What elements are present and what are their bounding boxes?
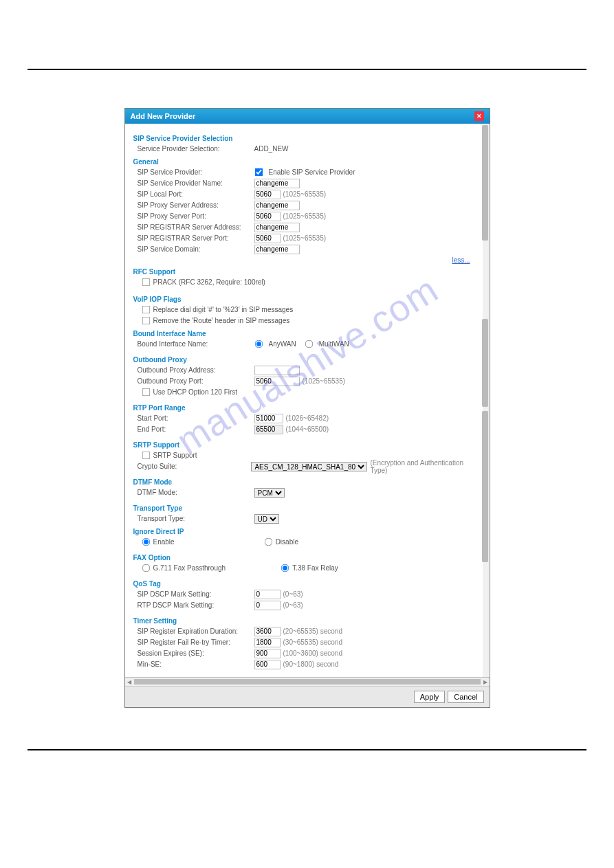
hscroll-left-icon[interactable]: ◀ (125, 679, 133, 685)
anywan-radio[interactable] (254, 340, 263, 348)
provider-name-label: SIP Service Provider Name: (138, 179, 254, 187)
scroll-thumb-top[interactable] (482, 125, 488, 241)
registrar-addr-input[interactable] (254, 223, 300, 232)
srtp-checkbox[interactable] (142, 452, 150, 460)
prack-checkbox[interactable] (142, 278, 150, 287)
anywan-label: AnyWAN (269, 340, 296, 348)
min-se-input[interactable] (254, 660, 281, 669)
horizontal-scrollbar[interactable]: ◀ ▶ (125, 678, 490, 686)
proxy-addr-label: SIP Proxy Server Address: (138, 201, 254, 209)
section-qos: QoS Tag (133, 580, 477, 588)
proxy-port-label: SIP Proxy Server Port: (138, 212, 254, 220)
section-dialing: Dialing Interval Selection (133, 676, 477, 678)
hscroll-right-icon[interactable]: ▶ (481, 679, 490, 685)
reg-exp-hint: (20~65535) second (283, 627, 342, 635)
add-provider-dialog: Add New Provider ✕ manualshive.com SIP S… (124, 108, 490, 708)
dhcp120-checkbox[interactable] (142, 388, 150, 397)
rtp-end-label: End Port: (138, 425, 254, 433)
ob-port-hint: (1025~65535) (303, 377, 346, 385)
registrar-addr-label: SIP REGISTRAR Server Address: (138, 223, 254, 231)
local-port-label: SIP Local Port: (138, 190, 254, 198)
rtp-dscp-hint: (0~63) (283, 601, 303, 609)
crypto-label: Crypto Suite: (138, 463, 252, 470)
section-timer: Timer Setting (133, 617, 477, 625)
section-srtp: SRTP Support (133, 441, 477, 449)
sp-selection-value: ADD_NEW (254, 145, 289, 153)
section-fax: FAX Option (133, 554, 477, 561)
transport-select[interactable]: UDP (254, 514, 279, 524)
rtp-start-label: Start Port: (138, 414, 254, 422)
rtp-start-input[interactable] (254, 414, 283, 423)
proxy-port-input[interactable] (254, 212, 281, 221)
crypto-select[interactable]: AES_CM_128_HMAC_SHA1_80 (251, 462, 367, 471)
local-port-input[interactable] (254, 190, 281, 199)
rtp-dscp-label: RTP DSCP Mark Setting: (138, 601, 254, 609)
reg-fail-hint: (30~65535) second (283, 638, 342, 646)
section-iop: VoIP IOP Flags (133, 296, 477, 303)
local-port-hint: (1025~65535) (283, 190, 327, 198)
remove-route-label: Remove the 'Route' header in SIP message… (153, 317, 290, 324)
hscroll-track[interactable] (134, 679, 481, 685)
directip-disable-radio[interactable] (264, 538, 272, 546)
dtmf-label: DTMF Mode: (138, 489, 254, 496)
provider-name-input[interactable] (254, 179, 300, 188)
ob-addr-label: Outbound Proxy Address: (138, 366, 254, 374)
service-domain-input[interactable] (254, 245, 300, 254)
session-exp-label: Session Expires (SE): (138, 649, 254, 657)
enable-sip-checkbox[interactable] (254, 168, 263, 177)
close-icon[interactable]: ✕ (474, 111, 484, 121)
replace-hash-checkbox[interactable] (142, 306, 150, 314)
sip-dscp-label: SIP DSCP Mark Setting: (138, 590, 254, 598)
replace-hash-label: Replace dial digit '#' to '%23' in SIP m… (153, 306, 294, 313)
session-exp-hint: (100~3600) second (283, 649, 342, 657)
scroll-thumb-low[interactable] (482, 411, 488, 562)
less-link[interactable]: less... (138, 256, 470, 264)
g711-label: G.711 Fax Passthrough (153, 564, 226, 572)
rtp-dscp-input[interactable] (254, 601, 281, 610)
directip-enable-radio[interactable] (142, 538, 150, 546)
section-rtp: RTP Port Range (133, 404, 477, 412)
proxy-port-hint: (1025~65535) (283, 212, 327, 220)
session-exp-input[interactable] (254, 649, 281, 658)
directip-disable-label: Disable (276, 538, 298, 546)
min-se-hint: (90~1800) second (283, 660, 339, 668)
dhcp120-label: Use DHCP Option 120 First (153, 388, 238, 396)
section-sp-selection: SIP Service Provider Selection (133, 135, 477, 142)
sp-selection-label: Service Provider Selection: (138, 145, 254, 153)
bound-if-label: Bound Interface Name: (138, 340, 254, 348)
reg-exp-input[interactable] (254, 627, 281, 636)
directip-enable-label: Enable (153, 538, 175, 546)
section-dtmf: DTMF Mode (133, 478, 477, 486)
service-domain-label: SIP Service Domain: (138, 245, 254, 253)
apply-button[interactable]: Apply (414, 691, 446, 703)
dialog-body: manualshive.com SIP Service Provider Sel… (125, 124, 490, 678)
vertical-scrollbar[interactable] (483, 124, 489, 677)
sip-provider-label: SIP Service Provider: (138, 168, 254, 176)
remove-route-checkbox[interactable] (142, 317, 150, 325)
dtmf-select[interactable]: PCM (254, 488, 285, 498)
multiwan-radio[interactable] (305, 340, 313, 348)
rtp-end-hint: (1044~65500) (286, 425, 329, 433)
rtp-end-input (254, 425, 283, 434)
proxy-addr-input[interactable] (254, 201, 300, 210)
section-bound: Bound Interface Name (133, 330, 477, 337)
scroll-thumb-mid[interactable] (482, 319, 488, 407)
transport-label: Transport Type: (138, 515, 254, 522)
dialog-titlebar: Add New Provider ✕ (125, 109, 490, 124)
reg-fail-input[interactable] (254, 638, 281, 647)
crypto-hint: (Encryption and Authentication Type) (370, 459, 476, 474)
t38-label: T.38 Fax Relay (292, 564, 338, 572)
dialog-title: Add New Provider (131, 112, 196, 120)
sip-dscp-input[interactable] (254, 590, 281, 599)
t38-radio[interactable] (281, 564, 289, 572)
ob-port-input[interactable] (254, 377, 300, 386)
min-se-label: Min-SE: (138, 660, 254, 668)
sip-dscp-hint: (0~63) (283, 590, 303, 598)
registrar-port-input[interactable] (254, 234, 281, 243)
ob-addr-input[interactable] (254, 366, 300, 375)
dialog-footer: Apply Cancel (125, 686, 490, 707)
enable-sip-label: Enable SIP Service Provider (269, 168, 355, 176)
prack-label: PRACK (RFC 3262, Require: 100rel) (153, 278, 265, 286)
g711-radio[interactable] (142, 564, 150, 572)
cancel-button[interactable]: Cancel (448, 691, 483, 703)
